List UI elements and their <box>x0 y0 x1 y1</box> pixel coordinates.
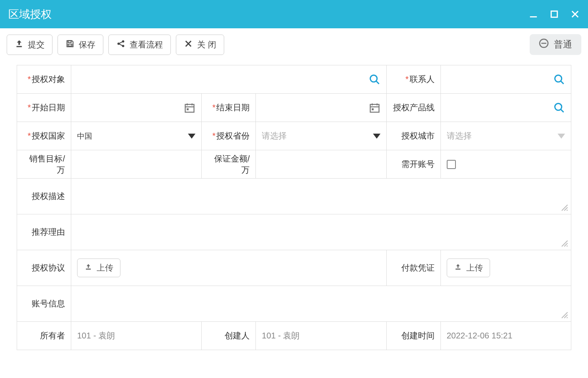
chevron-down-icon[interactable] <box>558 134 565 139</box>
city-label: 授权城市 <box>386 122 440 150</box>
svg-rect-5 <box>68 40 71 42</box>
upload-icon <box>15 39 24 50</box>
search-icon[interactable] <box>369 74 380 85</box>
form-table: *授权对象 *联系人 *开始日期 *结束日期 授权产品线 *授权 <box>17 65 571 350</box>
owner-value: 101 - 袁朗 <box>77 331 115 340</box>
svg-rect-1 <box>551 11 558 17</box>
payment-proof-cell: 上传 <box>440 250 571 286</box>
close-label: 关 闭 <box>197 39 216 50</box>
search-icon[interactable] <box>553 102 565 114</box>
close-icon[interactable] <box>570 10 580 19</box>
created-at-cell: 2022-12-06 15:21 <box>440 322 571 350</box>
recommend-reason-cell[interactable] <box>71 214 571 250</box>
deposit-cell <box>256 150 386 179</box>
owner-label: 所有者 <box>17 322 71 350</box>
agreement-upload-button[interactable]: 上传 <box>77 259 120 277</box>
resize-handle-icon[interactable] <box>561 204 568 211</box>
svg-point-16 <box>370 75 377 82</box>
x-icon <box>184 39 193 50</box>
svg-line-37 <box>567 246 568 246</box>
svg-rect-20 <box>185 104 194 112</box>
svg-line-11 <box>119 44 122 45</box>
status-badge[interactable]: 普通 <box>530 34 581 55</box>
end-date-input[interactable] <box>262 103 368 112</box>
account-info-cell[interactable] <box>71 286 571 322</box>
svg-point-30 <box>555 103 562 110</box>
svg-rect-24 <box>187 108 189 110</box>
agreement-cell: 上传 <box>71 250 387 286</box>
resize-handle-icon[interactable] <box>561 311 568 319</box>
svg-line-19 <box>561 81 564 84</box>
need-account-checkbox[interactable] <box>447 160 456 169</box>
creator-value: 101 - 袁朗 <box>262 331 300 340</box>
need-account-cell <box>440 150 571 179</box>
province-cell[interactable]: 请选择 <box>256 122 386 150</box>
agreement-label: 授权协议 <box>17 250 71 286</box>
payment-proof-upload-button[interactable]: 上传 <box>447 259 490 277</box>
upload-icon <box>454 263 462 273</box>
product-line-cell <box>440 94 571 122</box>
auth-target-cell <box>71 65 387 94</box>
window-title: 区域授权 <box>8 7 52 22</box>
sales-target-cell <box>71 150 202 179</box>
svg-line-31 <box>561 109 564 112</box>
product-line-input[interactable] <box>447 103 553 112</box>
product-line-label: 授权产品线 <box>386 94 440 122</box>
window-controls <box>529 10 580 19</box>
deposit-label: 保证金额/万 <box>202 150 256 179</box>
country-cell[interactable]: 中国 <box>71 122 202 150</box>
sales-target-label: 销售目标/万 <box>17 150 71 179</box>
maximize-icon[interactable] <box>550 10 559 19</box>
view-process-label: 查看流程 <box>130 39 163 50</box>
submit-label: 提交 <box>28 39 45 50</box>
share-icon <box>116 39 125 50</box>
account-info-label: 账号信息 <box>17 286 71 322</box>
country-label: *授权国家 <box>17 122 71 150</box>
created-at-label: 创建时间 <box>386 322 440 350</box>
start-date-label: *开始日期 <box>17 94 71 122</box>
search-icon[interactable] <box>553 74 565 85</box>
svg-rect-38 <box>86 269 91 270</box>
end-date-label: *结束日期 <box>202 94 256 122</box>
close-button[interactable]: 关 闭 <box>176 35 224 55</box>
description-cell[interactable] <box>71 179 571 214</box>
minimize-icon[interactable] <box>529 10 538 19</box>
creator-cell: 101 - 袁朗 <box>256 322 386 350</box>
city-placeholder: 请选择 <box>447 130 472 142</box>
province-placeholder: 请选择 <box>262 130 287 142</box>
province-label: *授权省份 <box>202 122 256 150</box>
submit-button[interactable]: 提交 <box>7 35 53 55</box>
creator-label: 创建人 <box>202 322 256 350</box>
contact-label: *联系人 <box>386 65 440 94</box>
start-date-input[interactable] <box>77 103 184 112</box>
sales-target-input[interactable] <box>77 159 195 169</box>
upload-icon <box>84 263 93 273</box>
calendar-icon[interactable] <box>369 102 380 114</box>
save-button[interactable]: 保存 <box>58 35 103 55</box>
save-icon <box>65 39 75 50</box>
contact-input[interactable] <box>447 75 553 84</box>
view-process-button[interactable]: 查看流程 <box>108 35 171 55</box>
status-label: 普通 <box>554 38 572 51</box>
deposit-input[interactable] <box>262 159 380 169</box>
toolbar: 提交 保存 查看流程 关 闭 普通 <box>0 28 588 61</box>
calendar-icon[interactable] <box>184 102 195 114</box>
city-cell[interactable]: 请选择 <box>440 122 571 150</box>
chevron-down-icon[interactable] <box>373 134 380 139</box>
upload-label: 上传 <box>97 262 113 274</box>
resize-handle-icon[interactable] <box>561 240 568 247</box>
save-label: 保存 <box>79 39 95 50</box>
start-date-cell <box>71 94 202 122</box>
chevron-down-icon[interactable] <box>188 134 195 139</box>
created-at-value: 2022-12-06 15:21 <box>447 331 513 340</box>
auth-target-input[interactable] <box>77 75 369 84</box>
svg-point-18 <box>555 75 562 82</box>
svg-rect-25 <box>370 104 379 112</box>
owner-cell: 101 - 袁朗 <box>71 322 202 350</box>
svg-rect-6 <box>68 44 72 46</box>
upload-label: 上传 <box>466 262 483 274</box>
svg-line-42 <box>567 317 568 318</box>
country-value: 中国 <box>77 131 92 141</box>
auth-target-label: *授权对象 <box>17 65 71 94</box>
need-account-label: 需开账号 <box>386 150 440 179</box>
